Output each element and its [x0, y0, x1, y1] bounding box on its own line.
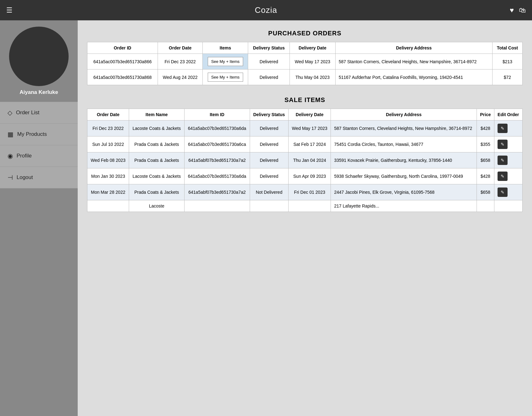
sidebar-item-logout[interactable]: ⊣ Logout — [0, 167, 78, 188]
col-total-cost: Total Cost — [492, 42, 522, 54]
page-layout: Aiyana Kerluke ◇ Order List ▦ My Product… — [0, 20, 532, 416]
order-date-cell: Sun Jul 10 2022 — [87, 136, 129, 152]
col-delivery-status: Delivery Status — [250, 109, 288, 121]
delivery-address-cell: 33591 Kovacek Prairie, Gaithersburg, Ken… — [331, 152, 477, 168]
order-date-cell — [87, 200, 129, 212]
sidebar-item-label: Profile — [17, 153, 32, 159]
sidebar-item-label: Logout — [17, 174, 33, 181]
sidebar-item-label: My Products — [17, 131, 47, 137]
sale-items-title: SALE ITEMS — [87, 96, 523, 104]
delivery-date-cell: Fri Dec 01 2023 — [288, 184, 331, 200]
item-id-cell: 641a5abc07b3ed651730a6ca — [184, 136, 250, 152]
edit-order-cell: ✎ — [494, 136, 522, 152]
order-list-icon: ◇ — [8, 109, 12, 116]
edit-order-cell: ✎ — [494, 121, 522, 136]
item-name-cell: Prada Coats & Jackets — [129, 136, 185, 152]
edit-order-cell: ✎ — [494, 168, 522, 184]
delivery-address-cell: 51167 Aufderhar Port, Catalina Foothills… — [335, 69, 492, 85]
delivery-status-cell: Not Delivered — [250, 184, 288, 200]
order-id-cell: 641a5ac007b3ed651730a866 — [87, 54, 158, 69]
delivery-status-cell: Delivered — [250, 152, 288, 168]
delivery-date-cell: Sat Feb 17 2024 — [288, 136, 331, 152]
bag-icon[interactable]: 🛍 — [519, 6, 526, 14]
edit-icon: ✎ — [501, 158, 504, 163]
purchased-orders-table: Order ID Order Date Items Delivery Statu… — [87, 42, 523, 85]
edit-order-cell — [494, 200, 522, 212]
item-name-cell: Prada Coats & Jackets — [129, 184, 185, 200]
delivery-status-cell: Delivered — [250, 121, 288, 136]
profile-icon: ◉ — [8, 152, 13, 160]
delivery-address-cell: 217 Lafayette Rapids... — [331, 200, 477, 212]
edit-order-button[interactable]: ✎ — [498, 172, 508, 181]
avatar — [9, 27, 69, 86]
price-cell: $428 — [477, 121, 494, 136]
edit-order-button[interactable]: ✎ — [498, 140, 508, 149]
edit-order-button[interactable]: ✎ — [498, 124, 508, 133]
delivery-address-cell: 587 Stanton Corners, Cleveland Heights, … — [335, 54, 492, 69]
edit-icon: ✎ — [501, 142, 504, 147]
delivery-date-cell: Wed May 17 2023 — [290, 54, 336, 69]
delivery-status-cell — [250, 200, 288, 212]
delivery-address-cell: 5938 Schaefer Skyway, Gaithersburg, Nort… — [331, 168, 477, 184]
item-id-cell: 641a5abf07b3ed651730a7a2 — [184, 152, 250, 168]
item-name-cell: Lacoste Coats & Jackets — [129, 121, 185, 136]
see-my-items-button[interactable]: See My + Items — [208, 57, 243, 66]
sidebar: Aiyana Kerluke ◇ Order List ▦ My Product… — [0, 20, 78, 416]
app-title: Cozia — [255, 5, 277, 15]
table-row: Mon Jan 30 2023 Lacoste Coats & Jackets … — [87, 168, 523, 184]
total-cost-cell: $72 — [492, 69, 522, 85]
sidebar-item-order-list[interactable]: ◇ Order List — [0, 102, 78, 124]
main-content: PURCHASED ORDERS Order ID Order Date Ite… — [78, 20, 532, 416]
sidebar-item-profile[interactable]: ◉ Profile — [0, 145, 78, 167]
sidebar-item-label: Order List — [16, 110, 39, 116]
price-cell: $428 — [477, 168, 494, 184]
sidebar-item-my-products[interactable]: ▦ My Products — [0, 124, 78, 145]
see-my-items-button[interactable]: See My + Items — [208, 73, 243, 82]
table-row: Sun Jul 10 2022 Prada Coats & Jackets 64… — [87, 136, 523, 152]
sale-items-table: Order Date Item Name Item ID Delivery St… — [87, 109, 523, 212]
col-delivery-status: Delivery Status — [248, 42, 290, 54]
items-cell: See My + Items — [203, 54, 248, 69]
edit-order-cell: ✎ — [494, 152, 522, 168]
col-delivery-address: Delivery Address — [331, 109, 477, 121]
item-name-cell: Lacoste — [129, 200, 185, 212]
item-id-cell: 641a5abf07b3ed651730a7a2 — [184, 184, 250, 200]
price-cell — [477, 200, 494, 212]
col-order-date: Order Date — [158, 42, 202, 54]
delivery-status-cell: Delivered — [248, 54, 290, 69]
purchased-orders-title: PURCHASED ORDERS — [87, 30, 523, 37]
item-id-cell: 641a5abc07b3ed651730a6da — [184, 168, 250, 184]
edit-icon: ✎ — [501, 190, 504, 195]
user-name: Aiyana Kerluke — [20, 89, 58, 95]
col-price: Price — [477, 109, 494, 121]
edit-order-cell: ✎ — [494, 184, 522, 200]
heart-icon[interactable]: ♥ — [510, 6, 514, 14]
logout-icon: ⊣ — [8, 174, 13, 181]
delivery-address-cell: 2447 Jacobi Pines, Elk Grove, Virginia, … — [331, 184, 477, 200]
table-row: 641a5ac007b3ed651730a866 Fri Dec 23 2022… — [87, 54, 523, 69]
order-date-cell: Wed Feb 08 2023 — [87, 152, 129, 168]
delivery-date-cell: Thu May 04 2023 — [290, 69, 336, 85]
item-name-cell: Lacoste Coats & Jackets — [129, 168, 185, 184]
delivery-status-cell: Delivered — [250, 168, 288, 184]
col-items: Items — [203, 42, 248, 54]
edit-order-button[interactable]: ✎ — [498, 187, 508, 197]
app-header: ☰ Cozia ♥ 🛍 — [0, 0, 532, 20]
table-row: Wed Feb 08 2023 Prada Coats & Jackets 64… — [87, 152, 523, 168]
order-date-cell: Fri Dec 23 2022 — [87, 121, 129, 136]
delivery-address-cell: 75451 Cordia Circles, Taunton, Hawaii, 3… — [331, 136, 477, 152]
table-row: Lacoste 217 Lafayette Rapids... — [87, 200, 523, 212]
edit-order-button[interactable]: ✎ — [498, 156, 508, 165]
price-cell: $658 — [477, 184, 494, 200]
delivery-date-cell — [288, 200, 331, 212]
col-item-name: Item Name — [129, 109, 185, 121]
delivery-date-cell: Thu Jan 04 2024 — [288, 152, 331, 168]
hamburger-icon[interactable]: ☰ — [6, 6, 13, 14]
col-delivery-date: Delivery Date — [288, 109, 331, 121]
col-delivery-address: Delivery Address — [335, 42, 492, 54]
sidebar-nav: ◇ Order List ▦ My Products ◉ Profile ⊣ L… — [0, 102, 78, 188]
order-date-cell: Wed Aug 24 2022 — [158, 69, 202, 85]
price-cell: $355 — [477, 136, 494, 152]
table-row: Fri Dec 23 2022 Lacoste Coats & Jackets … — [87, 121, 523, 136]
table-row: 641a5ac007b3ed651730a868 Wed Aug 24 2022… — [87, 69, 523, 85]
